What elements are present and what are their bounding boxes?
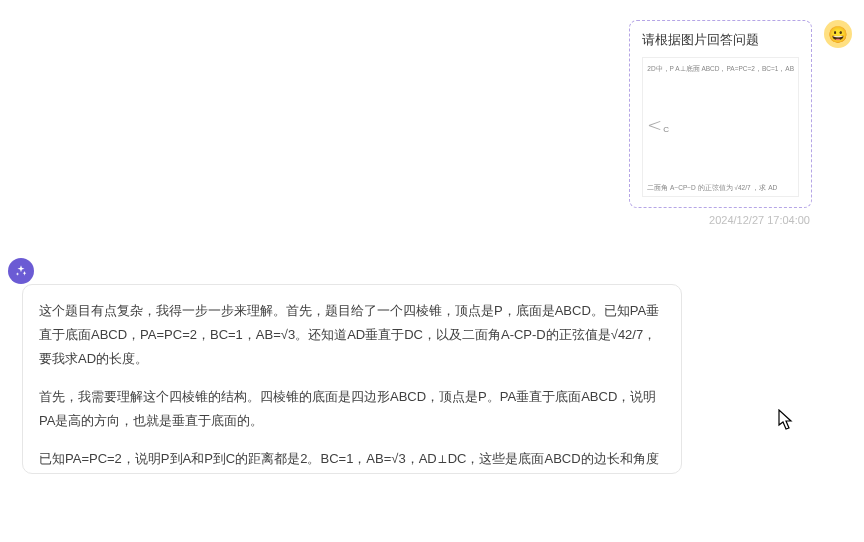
bot-message-row: 这个题目有点复杂，我得一步一步来理解。首先，题目给了一个四棱锥，顶点是P，底面是… — [12, 256, 852, 474]
message-timestamp: 2024/12/27 17:04:00 — [709, 214, 812, 226]
bot-avatar[interactable] — [8, 258, 34, 284]
bot-paragraph: 已知PA=PC=2，说明P到A和P到C的距离都是2。BC=1，AB=√3，AD⊥… — [39, 447, 665, 471]
user-avatar[interactable]: 😀 — [824, 20, 852, 48]
problem-image-top-text: 2D中，P A⊥底面 ABCD，PA=PC=2，BC=1，AB — [647, 64, 794, 73]
problem-image-attachment[interactable]: 2D中，P A⊥底面 ABCD，PA=PC=2，BC=1，AB C 二面角 A−… — [642, 57, 799, 197]
user-bubble-wrap: 请根据图片回答问题 2D中，P A⊥底面 ABCD，PA=PC=2，BC=1，A… — [629, 20, 812, 226]
bot-paragraph: 首先，我需要理解这个四棱锥的结构。四棱锥的底面是四边形ABCD，顶点是P。PA垂… — [39, 385, 665, 433]
diagram-point-label: C — [663, 125, 669, 134]
sparkle-icon — [14, 264, 28, 278]
bot-paragraph: 这个题目有点复杂，我得一步一步来理解。首先，题目给了一个四棱锥，顶点是P，底面是… — [39, 299, 665, 371]
angle-icon — [649, 118, 663, 132]
problem-image-bottom-text: 二面角 A−CP−D 的正弦值为 √42/7 ，求 AD — [647, 183, 794, 192]
chat-area: 请根据图片回答问题 2D中，P A⊥底面 ABCD，PA=PC=2，BC=1，A… — [0, 0, 864, 542]
user-bubble[interactable]: 请根据图片回答问题 2D中，P A⊥底面 ABCD，PA=PC=2，BC=1，A… — [629, 20, 812, 208]
smiley-icon: 😀 — [828, 25, 848, 44]
user-message-row: 请根据图片回答问题 2D中，P A⊥底面 ABCD，PA=PC=2，BC=1，A… — [12, 20, 852, 226]
user-prompt-text: 请根据图片回答问题 — [642, 31, 799, 49]
bot-bubble[interactable]: 这个题目有点复杂，我得一步一步来理解。首先，题目给了一个四棱锥，顶点是P，底面是… — [22, 284, 682, 474]
problem-image-diagram: C — [649, 118, 669, 135]
